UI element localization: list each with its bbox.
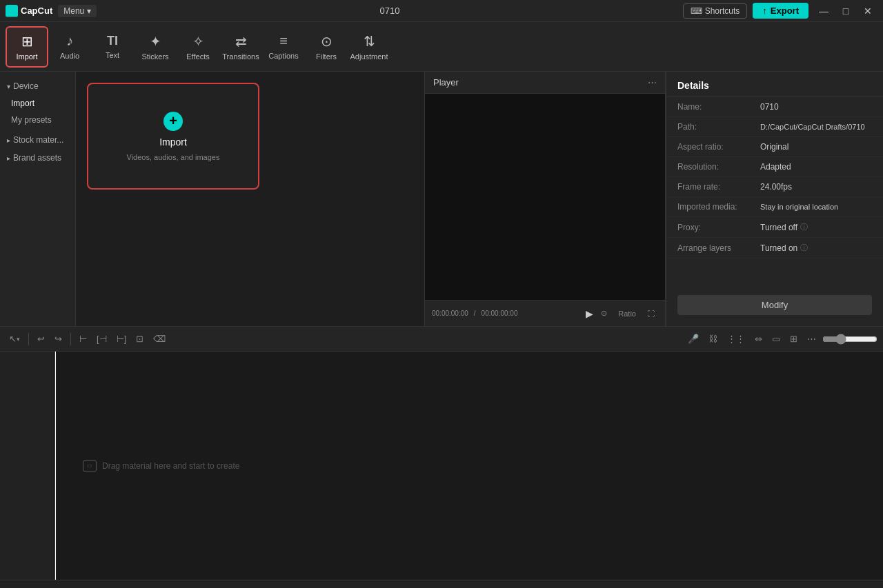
section-brand-assets[interactable]: ▸ Brand assets [0, 149, 75, 167]
detail-value-path: D:/CapCut/CapCut Drafts/0710 [760, 123, 872, 131]
more-button[interactable]: ⋯ [804, 332, 820, 346]
text-icon: TI [107, 34, 118, 48]
link-button[interactable]: ⛓ [705, 332, 721, 346]
tool-adjustment[interactable]: ⇅ Adjustment [348, 26, 390, 68]
mic-button[interactable]: 🎤 [684, 332, 702, 346]
timeline-tracks: ▭ Drag material here and start to create [55, 352, 883, 580]
transitions-icon: ⇄ [235, 33, 247, 50]
detail-row-framerate: Frame rate: 24.00fps [666, 177, 883, 197]
detail-row-aspect: Aspect ratio: Original [666, 137, 883, 157]
redo-button[interactable]: ↪ [51, 332, 66, 346]
arrange-layers-info-icon[interactable]: ⓘ [800, 243, 808, 253]
export-button[interactable]: ↑ Export [753, 3, 808, 19]
undo-icon: ↩ [37, 334, 45, 344]
app-logo: CapCut [6, 5, 52, 17]
select-tool-button[interactable]: ↖ ▾ [6, 332, 23, 346]
panel-item-import[interactable]: Import [0, 95, 75, 112]
preview-button[interactable]: ▭ [768, 332, 784, 346]
time-separator: / [474, 310, 476, 317]
player-controls: 00:00:00:00 / 00:00:00:00 ▶ ⊙ Ratio ⛶ [425, 300, 665, 326]
detail-label-name: Name: [677, 102, 760, 112]
tool-transitions[interactable]: ⇄ Transitions [219, 26, 262, 68]
tool-import-label: Import [16, 52, 37, 61]
player-menu-icon[interactable]: ⋯ [648, 77, 657, 88]
tool-adjustment-label: Adjustment [350, 52, 388, 61]
import-plus-icon: + [163, 112, 183, 131]
minimize-button[interactable]: — [814, 3, 833, 19]
split-button[interactable]: ⊢ [76, 332, 90, 346]
time-total: 00:00:00:00 [482, 310, 518, 317]
topbar-right: ⌨ Shortcuts ↑ Export — □ ✕ [683, 3, 877, 19]
stock-chevron-icon: ▸ [7, 136, 10, 144]
detail-value-name: 0710 [760, 102, 872, 112]
menu-chevron-icon: ▾ [87, 6, 91, 16]
tool-effects-label: Effects [186, 52, 209, 61]
project-name: 0710 [102, 6, 677, 16]
tool-captions-label: Captions [268, 52, 298, 60]
detail-label-aspect: Aspect ratio: [677, 142, 760, 152]
device-chevron-icon: ▾ [7, 83, 10, 90]
shortcuts-icon: ⌨ [691, 6, 702, 16]
layout-icon: ⊞ [790, 334, 797, 344]
detail-value-arrange-layers: Turned on [760, 243, 797, 253]
section-stock-material[interactable]: ▸ Stock mater... [0, 131, 75, 149]
trim-left-button[interactable]: [⊣ [93, 332, 110, 346]
proxy-info-icon[interactable]: ⓘ [800, 222, 808, 232]
undo-button[interactable]: ↩ [34, 332, 48, 346]
preview-icon: ▭ [772, 334, 780, 344]
tool-stickers-label: Stickers [141, 52, 168, 61]
adjustment-icon: ⇅ [364, 33, 375, 50]
zoom-fit-button[interactable]: ⊙ [597, 307, 611, 319]
snap-button[interactable]: ⋮⋮ [724, 332, 748, 346]
details-title: Details [666, 72, 883, 97]
tool-effects[interactable]: ✧ Effects [177, 26, 219, 68]
tool-filters-label: Filters [316, 52, 337, 61]
panel-item-my-presets[interactable]: My presets [0, 112, 75, 128]
tool-filters[interactable]: ⊙ Filters [305, 26, 348, 68]
ratio-button[interactable]: Ratio [615, 307, 639, 319]
delete-icon: ⌫ [153, 334, 166, 344]
tool-import[interactable]: ⊞ Import [6, 26, 48, 68]
trim-right-button[interactable]: ⊢] [113, 332, 130, 346]
import-drop-zone[interactable]: + Import Videos, audios, and images [87, 83, 259, 190]
close-button[interactable]: ✕ [858, 3, 877, 19]
filters-icon: ⊙ [321, 33, 333, 50]
effects-icon: ✧ [192, 33, 204, 50]
detail-value-resolution: Adapted [760, 162, 872, 172]
tool-audio-label: Audio [60, 52, 79, 60]
player-ctrl-right: ▶ ⊙ Ratio ⛶ [586, 307, 658, 319]
fullscreen-button[interactable]: ⛶ [644, 307, 658, 319]
menu-button[interactable]: Menu ▾ [58, 5, 97, 17]
link-icon: ⛓ [708, 334, 717, 344]
detail-label-imported-media: Imported media: [677, 202, 760, 212]
more-icon: ⋯ [807, 334, 816, 344]
magnetic-button[interactable]: ⇔ [751, 332, 766, 346]
main-area: ▾ Device Import My presets ▸ Stock mater… [0, 72, 883, 326]
timeline-scrollbar[interactable] [0, 580, 883, 588]
detail-row-name: Name: 0710 [666, 97, 883, 117]
tool-captions[interactable]: ≡ Captions [262, 26, 305, 68]
crop-button[interactable]: ⊡ [132, 332, 147, 346]
tool-audio[interactable]: ♪ Audio [48, 26, 91, 68]
timeline-area: ↖ ▾ ↩ ↪ ⊢ [⊣ ⊢] ⊡ ⌫ 🎤 ⛓ [0, 326, 883, 588]
layout-button[interactable]: ⊞ [786, 332, 801, 346]
section-device[interactable]: ▾ Device [0, 77, 75, 95]
detail-value-arrange-container: Turned on ⓘ [760, 243, 872, 253]
cursor-icon: ↖ [9, 334, 17, 344]
magnetic-icon: ⇔ [755, 334, 762, 344]
tl-separator-1 [28, 333, 29, 345]
audio-icon: ♪ [66, 33, 73, 49]
maximize-button[interactable]: □ [836, 3, 855, 19]
tool-text[interactable]: TI Text [91, 26, 134, 68]
brand-chevron-icon: ▸ [7, 154, 10, 162]
delete-button[interactable]: ⌫ [150, 332, 169, 346]
detail-row-path: Path: D:/CapCut/CapCut Drafts/0710 [666, 117, 883, 137]
modify-button[interactable]: Modify [677, 295, 872, 315]
detail-row-imported-media: Imported media: Stay in original locatio… [666, 197, 883, 217]
play-button[interactable]: ▶ [586, 307, 593, 319]
zoom-slider[interactable] [822, 334, 877, 345]
shortcuts-button[interactable]: ⌨ Shortcuts [683, 3, 748, 19]
redo-icon: ↪ [54, 334, 62, 344]
tool-stickers[interactable]: ✦ Stickers [134, 26, 177, 68]
detail-value-imported-media: Stay in original location [760, 203, 872, 211]
